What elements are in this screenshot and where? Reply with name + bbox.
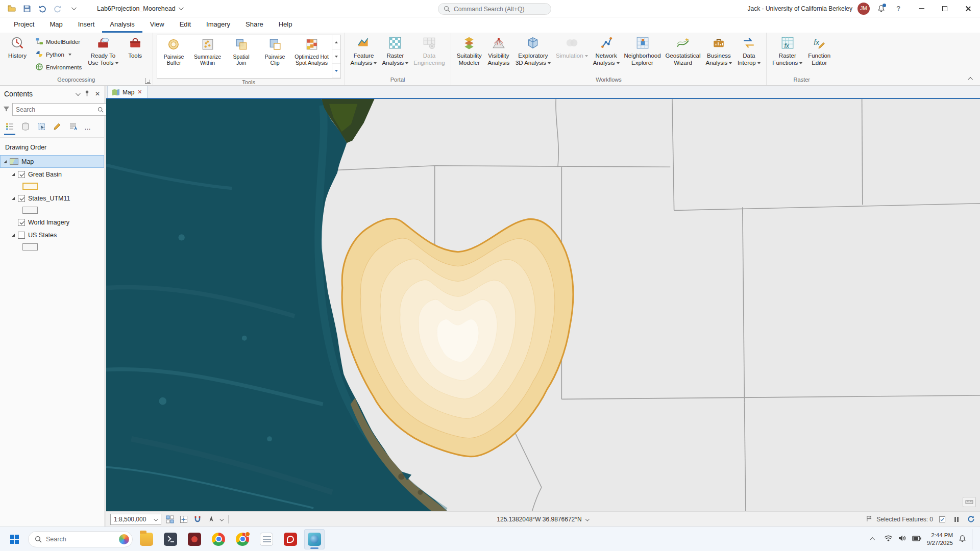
great-basin-swatch[interactable]: [22, 183, 38, 190]
data-interop-button[interactable]: DataInterop: [735, 35, 763, 66]
layer-row-great-basin[interactable]: Great Basin: [0, 168, 104, 181]
selected-features-count[interactable]: Selected Features: 0: [876, 516, 933, 523]
redo-icon[interactable]: [51, 2, 64, 15]
us-states-symbology[interactable]: [0, 241, 104, 253]
tab-insert[interactable]: Insert: [70, 17, 103, 33]
map-scale-select[interactable]: 1:8,500,000: [110, 514, 161, 525]
battery-icon[interactable]: [912, 535, 921, 543]
pairwise-clip-button[interactable]: PairwiseClip: [258, 35, 292, 78]
show-desktop-button[interactable]: [972, 529, 974, 549]
notification-center-icon[interactable]: [959, 535, 966, 544]
minimize-button[interactable]: [910, 0, 933, 17]
layer-row-us-states[interactable]: US States: [0, 229, 104, 241]
layer-row-map[interactable]: Map: [0, 155, 104, 168]
contents-search[interactable]: [12, 103, 113, 116]
signed-in-user[interactable]: Jack - University of California Berkeley: [748, 5, 852, 12]
maximize-button[interactable]: [933, 0, 957, 17]
command-search[interactable]: [438, 3, 551, 15]
ra-button[interactable]: RasterAnalysis: [380, 35, 410, 66]
more-options-icon[interactable]: …: [84, 123, 91, 133]
visibility-analysis-button[interactable]: VisibilityAnalysis: [485, 35, 512, 66]
map-canvas[interactable]: [106, 99, 980, 511]
taskbar-search-input[interactable]: [46, 536, 107, 543]
project-chevron-icon[interactable]: [179, 5, 184, 10]
gallery-scroll-down-icon[interactable]: [332, 49, 340, 64]
tab-view[interactable]: View: [142, 17, 172, 33]
acrobat-button[interactable]: [280, 529, 301, 549]
network-analysis-button[interactable]: NetworkAnalysis: [591, 35, 622, 66]
file-explorer-button[interactable]: [136, 529, 157, 549]
expander-icon[interactable]: [12, 173, 15, 176]
optimized-hot-spot-button[interactable]: Optimized HotSpot Analysis: [292, 35, 332, 78]
pane-options-chevron-icon[interactable]: [76, 91, 81, 96]
list-by-selection-icon[interactable]: [37, 122, 46, 135]
states-utm11-symbology[interactable]: [0, 205, 104, 216]
command-search-input[interactable]: [454, 6, 541, 13]
layer-checkbox[interactable]: [18, 232, 25, 239]
save-icon[interactable]: [20, 2, 34, 15]
snapping-icon[interactable]: [192, 514, 203, 524]
raster-functions-button[interactable]: fx RasterFunctions: [770, 35, 804, 66]
layer-checkbox[interactable]: [18, 219, 25, 226]
feature-analysis-button[interactable]: FeatureAnalysis: [349, 35, 379, 66]
list-by-drawing-order-icon[interactable]: [5, 122, 14, 135]
chrome-profile-button[interactable]: [232, 529, 253, 549]
refresh-icon[interactable]: [966, 514, 976, 524]
customize-qat-chevron-icon[interactable]: [66, 2, 80, 15]
layer-checkbox[interactable]: [18, 195, 25, 202]
terminal-button[interactable]: [160, 529, 181, 549]
statusbar-chevron-icon[interactable]: [219, 517, 224, 521]
neighborhood-explorer-button[interactable]: NeighborhoodExplorer: [623, 35, 663, 66]
list-by-data-source-icon[interactable]: [21, 122, 30, 135]
tab-project[interactable]: Project: [6, 17, 42, 33]
notepad-button[interactable]: [256, 529, 277, 549]
chrome-button[interactable]: [208, 529, 229, 549]
open-project-icon[interactable]: [5, 2, 18, 15]
taskbar-clock[interactable]: 2:44 PM 9/27/2025: [927, 532, 953, 546]
selection-grid-icon[interactable]: [165, 514, 175, 524]
taskbar-search[interactable]: [28, 531, 133, 547]
user-avatar[interactable]: JM: [857, 3, 870, 15]
great-basin-symbology[interactable]: [0, 181, 104, 192]
tab-help[interactable]: Help: [271, 17, 300, 33]
tray-overflow-chevron-icon[interactable]: [868, 534, 878, 544]
pause-drawing-icon[interactable]: [951, 514, 962, 524]
tab-imagery[interactable]: Imagery: [199, 17, 238, 33]
attributes-icon[interactable]: [937, 514, 947, 524]
environments-button[interactable]: Environments: [32, 61, 85, 73]
pin-icon[interactable]: [84, 90, 90, 98]
help-button[interactable]: ?: [892, 5, 904, 12]
start-button[interactable]: [4, 529, 24, 549]
list-by-editing-icon[interactable]: [53, 122, 62, 135]
gallery-expand-icon[interactable]: [332, 64, 340, 78]
function-editor-button[interactable]: fx FunctionEditor: [805, 35, 833, 66]
arcgis-pro-button[interactable]: [304, 529, 325, 549]
tools-button[interactable]: Tools: [121, 35, 149, 60]
gallery-scrollbar[interactable]: [332, 35, 340, 78]
tab-edit[interactable]: Edit: [172, 17, 199, 33]
undo-icon[interactable]: [36, 2, 49, 15]
modelbuilder-button[interactable]: ModelBuilder: [32, 36, 85, 48]
expander-icon[interactable]: [4, 160, 7, 163]
map-scale-widget[interactable]: [963, 497, 976, 507]
gallery-scroll-up-icon[interactable]: [332, 35, 340, 49]
geoprocessing-dialog-launcher[interactable]: [145, 78, 151, 84]
layer-row-world-imagery[interactable]: World Imagery: [0, 216, 104, 229]
tab-map[interactable]: Map: [42, 17, 70, 33]
tab-share[interactable]: Share: [238, 17, 271, 33]
north-arrow-icon[interactable]: [206, 514, 216, 524]
expander-icon[interactable]: [12, 234, 15, 237]
filter-icon[interactable]: [3, 106, 10, 114]
summarize-within-button[interactable]: SummarizeWithin: [191, 35, 225, 78]
ready-to-use-tools-button[interactable]: Ready ToUse Tools: [86, 35, 120, 66]
grid-overlay-icon[interactable]: [179, 514, 189, 524]
geostatistical-wizard-button[interactable]: GeostatisticalWizard: [664, 35, 703, 66]
spatial-join-button[interactable]: SpatialJoin: [225, 35, 258, 78]
business-analysis-button[interactable]: BusinessAnalysis: [704, 35, 734, 66]
suitability-modeler-button[interactable]: SuitabilityModeler: [455, 35, 484, 66]
expander-icon[interactable]: [12, 197, 15, 200]
network-icon[interactable]: [884, 535, 893, 543]
notifications-button[interactable]: [875, 3, 887, 15]
python-button[interactable]: Python: [32, 48, 85, 61]
list-by-labeling-icon[interactable]: [68, 122, 78, 135]
